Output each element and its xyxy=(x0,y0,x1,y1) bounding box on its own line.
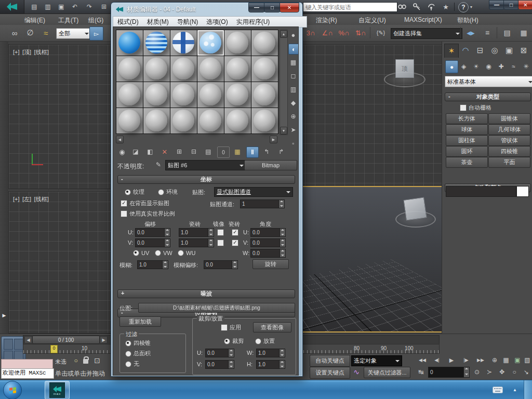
unlink-selection-icon[interactable] xyxy=(24,27,36,38)
map-name-dropdown[interactable]: 贴图 #6 xyxy=(165,160,246,170)
communication-center-icon[interactable] xyxy=(425,2,437,11)
reload-button[interactable]: 重新加载 xyxy=(119,316,161,327)
help-icon[interactable] xyxy=(458,2,469,12)
frame-spinner[interactable] xyxy=(463,367,469,377)
render-setup-icon[interactable] xyxy=(516,27,531,38)
object-name-field[interactable] xyxy=(446,186,516,197)
w-angle-field[interactable]: 0.0 xyxy=(250,249,286,258)
tab-motion[interactable] xyxy=(488,44,501,57)
project-toolbar-icon[interactable] xyxy=(99,2,109,11)
background-icon[interactable] xyxy=(288,57,298,67)
menu-tools[interactable]: 工具(T) xyxy=(58,16,78,25)
maximize-viewport-toggle[interactable] xyxy=(522,367,531,377)
menu-navigation[interactable]: 导航(N) xyxy=(177,18,198,26)
material-slot-12[interactable] xyxy=(251,56,278,82)
put-to-library-icon[interactable] xyxy=(203,147,214,157)
material-slot-5[interactable] xyxy=(224,30,251,56)
button-box[interactable]: 长方体 xyxy=(446,113,488,124)
auto-key-button[interactable]: 自动关键点 xyxy=(310,355,350,367)
subtab-geometry[interactable] xyxy=(445,60,458,73)
video-color-check-icon[interactable] xyxy=(288,84,298,94)
button-plane[interactable]: 平面 xyxy=(488,157,530,168)
maxscript-listener-white[interactable]: 欢迎使用 MAXSc xyxy=(1,368,54,379)
edit-named-selection-sets-icon[interactable] xyxy=(373,27,389,38)
snaps-toggle-icon[interactable] xyxy=(303,27,318,38)
crop-radio[interactable] xyxy=(224,338,230,344)
show-desktop-button[interactable] xyxy=(524,380,532,399)
primitive-category-dropdown[interactable]: 标准基本体 xyxy=(445,76,532,87)
absolute-mode-icon[interactable] xyxy=(92,356,102,365)
viewport-menu-general[interactable]: [+] xyxy=(13,49,20,55)
crop-u-field[interactable]: 0.0 xyxy=(205,349,234,357)
undo-icon[interactable] xyxy=(70,2,80,11)
go-to-end-button[interactable] xyxy=(474,355,487,365)
viewcube[interactable] xyxy=(403,197,427,220)
subtab-space-warps[interactable] xyxy=(508,60,520,72)
input-method-icon[interactable] xyxy=(491,384,504,395)
subtab-systems[interactable] xyxy=(520,60,532,72)
material-editor-title-bar[interactable]: 材质编辑器 - 04 - Default xyxy=(111,3,302,16)
show-end-result-icon[interactable] xyxy=(246,147,259,158)
time-slider-handle[interactable]: 0 / 100 xyxy=(32,336,100,344)
show-hidden-icons-arrow[interactable] xyxy=(511,387,518,393)
make-unique-icon[interactable] xyxy=(188,147,200,157)
texture-radio[interactable] xyxy=(125,189,131,195)
rotate-button[interactable]: 旋转 xyxy=(252,259,289,269)
zoom-extents-icon[interactable] xyxy=(512,355,523,365)
viewport-left-label[interactable]: [+] [左] [线框] xyxy=(13,194,49,203)
tab-utilities[interactable] xyxy=(517,44,530,57)
menu-help[interactable]: 帮助(H) xyxy=(457,16,478,25)
real-world-scale-checkbox[interactable] xyxy=(121,210,127,217)
subtab-helpers[interactable] xyxy=(495,60,507,72)
subtab-lights[interactable] xyxy=(470,60,482,72)
pan-view-icon[interactable] xyxy=(497,367,507,377)
adaptive-degradation-icon[interactable] xyxy=(72,356,80,365)
max-app-logo[interactable] xyxy=(0,0,24,14)
max-minimize-button[interactable] xyxy=(489,0,504,10)
material-slot-19[interactable] xyxy=(116,108,143,134)
material-slot-2[interactable] xyxy=(143,30,170,56)
open-file-icon[interactable] xyxy=(43,2,53,11)
spinner-snap-icon[interactable] xyxy=(353,27,368,38)
menu-customize[interactable]: 自定义(U) xyxy=(358,16,386,25)
maxscript-listener-pink[interactable] xyxy=(1,359,53,369)
button-pyramid[interactable]: 四棱锥 xyxy=(488,146,530,157)
object-color-swatch[interactable] xyxy=(516,186,529,197)
material-slot-7[interactable] xyxy=(116,56,143,82)
save-file-icon[interactable] xyxy=(56,2,66,11)
get-material-icon[interactable] xyxy=(116,147,128,157)
scroll-left-icon[interactable] xyxy=(116,136,124,143)
license-key-icon[interactable] xyxy=(411,2,422,11)
viewport-perspective[interactable] xyxy=(302,186,450,332)
tab-modify[interactable] xyxy=(459,44,472,57)
material-slot-3[interactable] xyxy=(170,30,197,56)
max-maximize-button[interactable] xyxy=(503,0,519,10)
scroll-right-icon[interactable] xyxy=(270,136,277,143)
material-slot-15[interactable] xyxy=(170,82,197,108)
search-input[interactable] xyxy=(303,2,397,12)
button-teapot[interactable]: 茶壶 xyxy=(446,157,488,168)
viewport-menu-shading[interactable]: [线框] xyxy=(34,49,49,55)
scroll-down-icon[interactable] xyxy=(280,127,287,135)
percent-snap-icon[interactable] xyxy=(337,27,351,38)
mat-maximize-button[interactable] xyxy=(264,3,281,12)
u-angle-field[interactable]: 0.0 xyxy=(250,228,286,237)
go-to-parent-icon[interactable] xyxy=(261,147,272,157)
crop-h-field[interactable]: 1.0 xyxy=(256,360,285,369)
material-slot-18[interactable] xyxy=(251,82,278,108)
zoom-icon[interactable] xyxy=(489,355,500,365)
go-forward-to-sibling-icon[interactable] xyxy=(275,147,287,157)
key-filters-button[interactable]: 关键点过滤器... xyxy=(364,367,410,378)
help-dropdown-arrow-icon[interactable] xyxy=(469,4,474,9)
mat-minimize-button[interactable] xyxy=(248,3,265,12)
named-selection-set-dropdown[interactable]: 创建选择集 xyxy=(391,28,462,39)
material-slot-9[interactable] xyxy=(170,56,197,82)
tab-display[interactable] xyxy=(502,44,516,57)
none-filter-radio[interactable] xyxy=(125,361,131,367)
button-cylinder[interactable]: 圆柱体 xyxy=(446,135,488,146)
material-slot-10[interactable] xyxy=(197,56,224,82)
zoom-all-icon[interactable] xyxy=(501,355,511,365)
options-icon[interactable] xyxy=(288,111,298,121)
select-and-link-icon[interactable] xyxy=(8,27,21,38)
material-id-channel-icon[interactable] xyxy=(217,147,230,158)
